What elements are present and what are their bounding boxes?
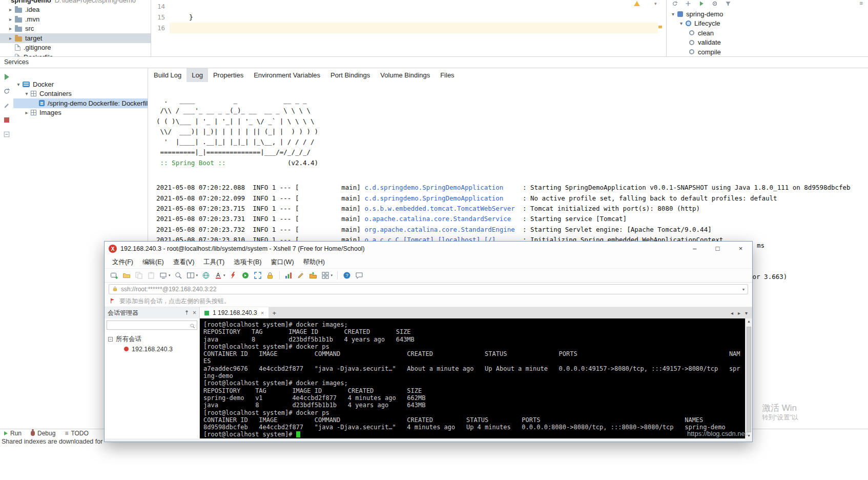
- terminal-tab[interactable]: 1 192.168.240.3 ×: [200, 307, 268, 318]
- address-box[interactable]: ssh://root:******@192.168.240.3:22 ▾: [109, 284, 748, 294]
- new-session-icon[interactable]: [109, 270, 119, 281]
- session-search-input[interactable]: [107, 321, 197, 330]
- maven-project-row[interactable]: ▾ spring-demo: [667, 9, 868, 19]
- menu-item[interactable]: 查看(V): [169, 258, 199, 267]
- services-panel-header[interactable]: Services: [0, 56, 868, 68]
- menu-item[interactable]: 文件(F): [108, 258, 138, 267]
- gear-icon[interactable]: [712, 1, 718, 7]
- pin-icon[interactable]: [184, 309, 190, 317]
- close-button[interactable]: ×: [729, 242, 752, 256]
- tab-close-icon[interactable]: ×: [261, 310, 264, 316]
- tab-menu-icon[interactable]: ▾: [745, 310, 748, 316]
- maven-goal[interactable]: compile: [667, 47, 868, 56]
- maximize-button[interactable]: □: [706, 242, 729, 256]
- services-tree-item[interactable]: ▸Images: [13, 108, 148, 118]
- services-tab-log[interactable]: Log: [187, 68, 208, 82]
- chart-icon[interactable]: [283, 270, 294, 281]
- menu-icon[interactable]: ≡: [860, 0, 863, 6]
- menu-item[interactable]: 选项卡(B): [229, 258, 266, 267]
- editor[interactable]: 141516 } ▾: [151, 0, 666, 56]
- refresh-icon[interactable]: [3, 88, 10, 95]
- compose-icon[interactable]: [296, 270, 306, 281]
- project-tree-item[interactable]: .gitignore: [0, 43, 151, 53]
- split-view-icon[interactable]: [185, 270, 196, 281]
- feedback-icon[interactable]: [354, 270, 364, 281]
- address-dropdown-icon[interactable]: ▾: [742, 287, 745, 292]
- disconnect-icon[interactable]: [228, 270, 239, 281]
- run-maven-icon[interactable]: [698, 1, 705, 7]
- globe-icon[interactable]: [200, 270, 211, 281]
- dropdown-caret-icon[interactable]: ▾: [196, 273, 198, 277]
- chevron-right-icon[interactable]: ▸: [7, 16, 14, 22]
- xshell-titlebar[interactable]: X 192.168.240.3 - root@localhost:/lib/sy…: [105, 242, 752, 256]
- services-tree-item[interactable]: ▾Containers: [13, 89, 148, 99]
- session-item[interactable]: 192.168.240.3: [105, 344, 199, 354]
- find-icon[interactable]: [173, 270, 184, 281]
- maven-lifecycle-row[interactable]: ▾ Lifecycle: [667, 19, 868, 29]
- help-icon[interactable]: ?: [341, 270, 352, 281]
- services-tab-volume-bindings[interactable]: Volume Bindings: [375, 68, 435, 82]
- minimize-button[interactable]: –: [683, 242, 706, 256]
- stop-icon[interactable]: [3, 116, 10, 124]
- chevron-down-icon[interactable]: ▾: [15, 82, 22, 87]
- project-tree-item[interactable]: ▸target: [0, 33, 151, 43]
- font-color-icon[interactable]: A: [213, 270, 223, 281]
- project-tree-item[interactable]: ▸.mvn: [0, 14, 151, 24]
- services-tab-build-log[interactable]: Build Log: [149, 68, 187, 82]
- filter-icon[interactable]: [725, 1, 731, 7]
- transfer-icon[interactable]: [308, 270, 319, 281]
- chevron-right-icon[interactable]: ▸: [7, 35, 14, 41]
- xshell-window[interactable]: X 192.168.240.3 - root@localhost:/lib/sy…: [104, 241, 753, 442]
- services-tree-item[interactable]: ▾Docker: [13, 79, 148, 89]
- chevron-right-icon[interactable]: ▸: [7, 26, 14, 31]
- services-tab-files[interactable]: Files: [435, 68, 459, 82]
- dropdown-caret-icon[interactable]: ▾: [169, 273, 171, 277]
- chevron-down-icon[interactable]: ▾: [670, 11, 676, 17]
- copy-icon[interactable]: [133, 270, 144, 281]
- lock-toolbar-icon[interactable]: [265, 270, 276, 281]
- terminal[interactable]: [root@localhost system]# docker images;R…: [200, 318, 745, 438]
- plus-icon[interactable]: [685, 1, 691, 7]
- all-sessions-item[interactable]: − 所有会话: [105, 334, 199, 344]
- services-tree-item[interactable]: /spring-demo Dockerfile: Dockerfile: [13, 98, 148, 108]
- start-icon[interactable]: [3, 73, 10, 81]
- services-tab-environment-variables[interactable]: Environment Variables: [249, 68, 325, 82]
- menu-item[interactable]: 编辑(E): [138, 258, 169, 267]
- scrollbar-thumb[interactable]: [747, 327, 751, 432]
- refresh-icon[interactable]: [672, 1, 678, 7]
- menu-item[interactable]: 窗口(W): [266, 258, 298, 267]
- dropdown-caret-icon[interactable]: ▾: [331, 273, 333, 277]
- services-tab-port-bindings[interactable]: Port Bindings: [325, 68, 375, 82]
- collapse-icon[interactable]: −: [108, 337, 113, 342]
- terminal-scrollbar[interactable]: ▲ ▼: [745, 318, 752, 438]
- project-tree-item[interactable]: ▸.idea: [0, 5, 151, 15]
- search-icon[interactable]: [190, 322, 195, 331]
- session-panel-close-icon[interactable]: ×: [193, 309, 196, 316]
- chevron-down-icon[interactable]: ▾: [24, 91, 30, 96]
- chevron-right-icon[interactable]: ▸: [7, 7, 14, 12]
- fullscreen-icon[interactable]: [253, 270, 263, 281]
- tab-next-icon[interactable]: ▸: [738, 310, 740, 316]
- debug-toolwindow-button[interactable]: Debug: [31, 430, 55, 437]
- menu-item[interactable]: 工具(T): [199, 258, 229, 267]
- chevron-down-icon[interactable]: ▾: [678, 21, 685, 26]
- maven-goal[interactable]: validate: [667, 38, 868, 48]
- services-tab-properties[interactable]: Properties: [208, 68, 249, 82]
- project-tree-root[interactable]: spring-demoD:\IdeaProject\spring-demo: [0, 0, 151, 5]
- scroll-up-icon[interactable]: ▲: [747, 319, 751, 323]
- menu-item[interactable]: 帮助(H): [299, 258, 329, 267]
- edit-icon[interactable]: [3, 102, 10, 109]
- grid-view-icon[interactable]: [320, 270, 331, 281]
- chevron-down-icon[interactable]: ▾: [654, 1, 657, 6]
- paste-icon[interactable]: [146, 270, 156, 281]
- chevron-right-icon[interactable]: ▸: [24, 110, 30, 115]
- todo-toolwindow-button[interactable]: ≡TODO: [65, 430, 88, 437]
- collapse-all-icon[interactable]: [3, 131, 10, 138]
- run-toolwindow-button[interactable]: Run: [4, 430, 22, 437]
- reconnect-icon[interactable]: [240, 270, 251, 281]
- tab-prev-icon[interactable]: ◂: [731, 310, 733, 316]
- sessions-dropdown-icon[interactable]: [158, 270, 169, 281]
- project-tree-item[interactable]: ▸src: [0, 24, 151, 34]
- warning-icon[interactable]: [634, 1, 640, 6]
- open-session-icon[interactable]: [121, 270, 132, 281]
